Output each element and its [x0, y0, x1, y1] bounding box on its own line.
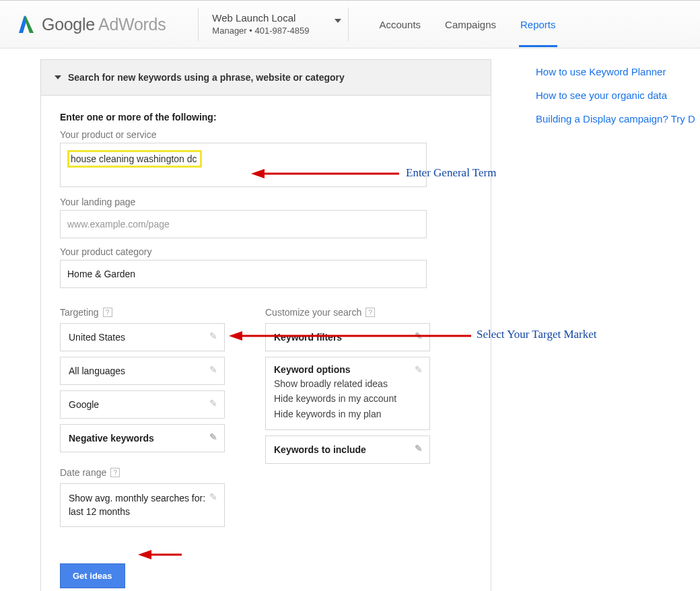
nav-accounts[interactable]: Accounts [378, 2, 422, 47]
account-sub: Manager • 401-987-4859 [212, 25, 309, 37]
sidebar-link[interactable]: How to see your organic data [536, 90, 695, 101]
targeting-languages[interactable]: All languages ✎ [60, 357, 225, 385]
nav-reports[interactable]: Reports [519, 2, 557, 47]
customize-column: Customize your search ? Keyword filters … [265, 307, 430, 532]
brand-logo: Google AdWords [16, 14, 186, 34]
account-switcher[interactable]: Web Launch Local Manager • 401-987-4859 [211, 11, 336, 37]
keyword-options-box[interactable]: Keyword options Show broadly related ide… [265, 357, 430, 430]
daterange-value: Show avg. monthly searches for: last 12 … [69, 493, 205, 517]
sidebar-link[interactable]: How to use Keyword Planner [536, 66, 695, 77]
keyword-option-line: Hide keywords in my account [274, 391, 421, 406]
nav-campaigns[interactable]: Campaigns [444, 2, 497, 47]
keywords-include-label: Keywords to include [274, 444, 366, 455]
targeting-negative[interactable]: Negative keywords ✎ [60, 424, 225, 452]
targeting-negative-label: Negative keywords [69, 433, 154, 444]
section-lead: Enter one or more of the following: [60, 112, 472, 123]
account-name: Web Launch Local [212, 11, 309, 25]
help-icon[interactable]: ? [365, 308, 375, 317]
panel-header[interactable]: Search for new keywords using a phrase, … [41, 60, 491, 96]
category-input[interactable]: Home & Garden [60, 260, 427, 288]
columns: Targeting ? United States ✎ All language… [60, 307, 472, 532]
keyword-options-head: Keyword options [274, 364, 421, 375]
help-sidebar: How to use Keyword Planner How to see yo… [491, 59, 695, 591]
targeting-head: Targeting ? [60, 307, 225, 318]
landing-label: Your landing page [60, 197, 472, 207]
targeting-head-label: Targeting [60, 307, 99, 318]
chevron-down-icon [335, 19, 341, 23]
pencil-icon: ✎ [209, 331, 217, 341]
daterange-box[interactable]: Show avg. monthly searches for: last 12 … [60, 483, 225, 527]
customize-head: Customize your search ? [265, 307, 430, 318]
pencil-icon: ✎ [209, 431, 217, 442]
pencil-icon: ✎ [209, 364, 217, 375]
get-ideas-button[interactable]: Get ideas [60, 563, 125, 588]
divider [198, 7, 199, 41]
pencil-icon: ✎ [415, 364, 423, 375]
brand-text: Google AdWords [42, 15, 166, 34]
pencil-icon: ✎ [209, 398, 217, 409]
keyword-filters-label: Keyword filters [274, 332, 342, 343]
adwords-logo-icon [16, 14, 35, 34]
panel-title: Search for new keywords using a phrase, … [68, 72, 345, 83]
keyword-filters-box[interactable]: Keyword filters ✎ [265, 323, 430, 351]
pencil-icon: ✎ [415, 331, 423, 341]
pencil-icon: ✎ [415, 443, 423, 454]
daterange-head-label: Date range [60, 467, 106, 478]
product-value-highlight: house cleaning washington dc [67, 150, 202, 168]
daterange-head: Date range ? [60, 467, 225, 478]
help-icon[interactable]: ? [110, 468, 120, 477]
keyword-option-line: Show broadly related ideas [274, 376, 421, 391]
help-icon[interactable]: ? [103, 308, 112, 317]
keywords-include-box[interactable]: Keywords to include ✎ [265, 436, 430, 464]
panel-body: Enter one or more of the following: Your… [41, 96, 491, 591]
main-area: Search for new keywords using a phrase, … [0, 48, 700, 591]
customize-head-label: Customize your search [265, 307, 361, 318]
targeting-location[interactable]: United States ✎ [60, 323, 225, 351]
top-bar: Google AdWords Web Launch Local Manager … [0, 0, 700, 48]
product-label: Your product or service [60, 129, 472, 140]
keyword-panel: Search for new keywords using a phrase, … [40, 59, 491, 591]
divider [348, 7, 349, 41]
category-label: Your product category [60, 246, 472, 257]
top-nav: Accounts Campaigns Reports [378, 2, 557, 47]
product-input[interactable]: house cleaning washington dc [60, 143, 427, 187]
targeting-network-label: Google [69, 399, 99, 410]
targeting-column: Targeting ? United States ✎ All language… [60, 307, 225, 532]
collapse-icon [55, 75, 61, 79]
landing-input[interactable]: www.example.com/page [60, 210, 427, 238]
targeting-network[interactable]: Google ✎ [60, 390, 225, 419]
keyword-option-line: Hide keywords in my plan [274, 407, 421, 421]
targeting-languages-label: All languages [69, 366, 125, 376]
sidebar-link[interactable]: Building a Display campaign? Try D [536, 113, 695, 125]
pencil-icon: ✎ [209, 491, 217, 504]
targeting-location-label: United States [69, 332, 125, 343]
